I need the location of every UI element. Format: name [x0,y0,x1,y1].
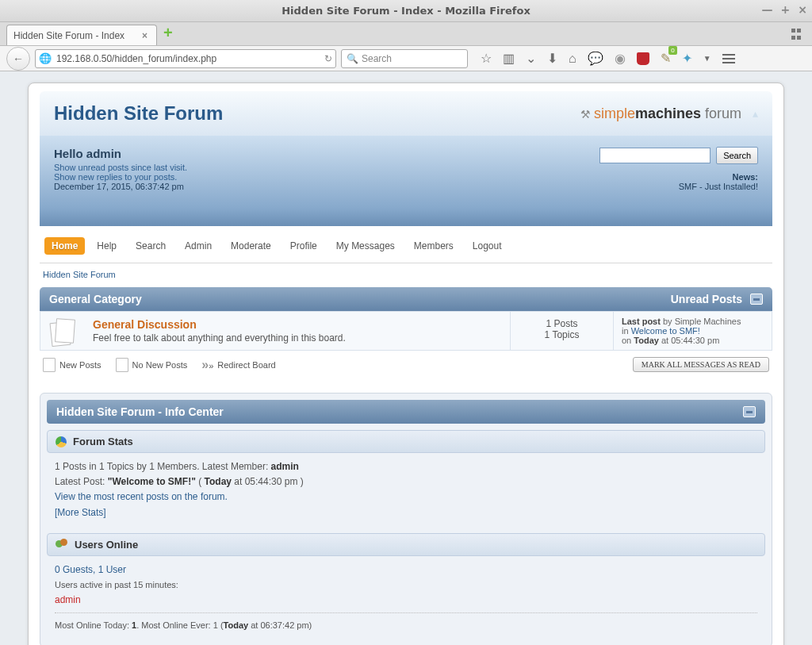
dev-icon[interactable]: ✦ [682,51,692,66]
users-icon [56,539,68,550]
search-icon: 🔍 [347,53,358,64]
menu-item-members[interactable]: Members [407,237,461,255]
info-center-collapse-button[interactable] [743,406,756,417]
window-minimize-button[interactable]: — [762,3,773,16]
menu-item-help[interactable]: Help [90,237,124,255]
ublock-icon[interactable] [637,52,649,65]
smf-logo[interactable]: ⚒simplemachines forum [580,106,741,122]
board-name-link[interactable]: General Discussion [93,318,197,331]
menu-item-my-messages[interactable]: My Messages [329,237,402,255]
browser-nav-toolbar: ← 🌐 192.168.0.50/hidden_forum/index.php … [0,46,812,71]
globe-icon: 🌐 [39,52,52,64]
info-center-title: Hidden Site Forum - Info Center [56,405,224,418]
forum-stats-body: 1 Posts in 1 Topics by 1 Members. Latest… [47,453,765,527]
category-bar: General Category Unread Posts [40,287,772,311]
window-title: Hidden Site Forum - Index - Mozilla Fire… [282,5,530,17]
users-online-header: Users Online [47,533,765,556]
category-collapse-button[interactable] [750,294,763,305]
breadcrumb-link[interactable]: Hidden Site Forum [43,270,116,279]
window-titlebar: Hidden Site Forum - Index - Mozilla Fire… [0,0,812,22]
current-datetime: December 17, 2015, 06:37:42 pm [54,182,184,191]
tab-title: Hidden Site Forum - Index [13,30,124,41]
menu-item-home[interactable]: Home [44,237,85,255]
search-placeholder: Search [362,53,392,64]
online-user-link[interactable]: admin [55,594,81,605]
news-text: SMF - Just Installed! [599,182,758,191]
library-icon[interactable]: ▥ [503,51,515,66]
menu-button[interactable] [722,54,735,63]
info-center-header: Hidden Site Forum - Info Center [47,400,765,424]
hammer-icon: ⚒ [580,108,591,121]
window-maximize-button[interactable]: + [781,3,791,16]
users-online-body: 0 Guests, 1 User Users active in past 15… [47,556,765,640]
menu-item-profile[interactable]: Profile [283,237,324,255]
documents-icon [51,317,75,344]
menu-item-moderate[interactable]: Moderate [224,237,278,255]
last-post-by: by Simple Machines [661,317,741,326]
legend-redirect: »Redirect Board [201,358,275,372]
legend-row: New Posts No New Posts »Redirect Board M… [40,351,772,378]
arrow-left-icon: ← [13,52,24,65]
board-topics: 1 Topics [515,329,608,340]
more-stats-link[interactable]: [More Stats] [55,507,106,518]
page-viewport: Hidden Site Forum ⚒simplemachines forum … [0,71,812,645]
back-button[interactable]: ← [6,47,30,71]
latest-post-link[interactable]: "Welcome to SMF!" [108,476,196,487]
board-status-icon [40,312,85,350]
forum-search-input[interactable] [599,148,710,163]
forum-search-form [599,147,758,164]
board-stats: 1 Posts 1 Topics [510,312,613,350]
header-collapse-button[interactable]: ▴ [753,107,758,120]
chat-icon[interactable]: 💬 [588,51,603,66]
news-label: News: [599,172,758,182]
browser-tab-strip: Hidden Site Forum - Index × + [0,22,812,46]
tab-close-button[interactable]: × [140,30,150,41]
extension-icon[interactable]: ◉ [615,51,626,66]
user-info-bar: Hello admin Show unread posts since last… [40,136,772,226]
home-button[interactable]: ⌂ [569,52,576,66]
menu-item-admin[interactable]: Admin [178,237,219,255]
browser-search-box[interactable]: 🔍 Search [341,49,468,68]
greeting: Hello admin [54,147,187,160]
last-post-topic-link[interactable]: Welcome to SMF! [631,326,700,336]
recent-posts-link[interactable]: View the most recent posts on the forum. [55,491,228,502]
forum-header: Hidden Site Forum ⚒simplemachines forum … [40,91,772,136]
unread-posts-category-link[interactable]: Unread Posts [671,293,742,305]
forum-title: Hidden Site Forum [54,102,223,125]
forum-container: Hidden Site Forum ⚒simplemachines forum … [28,83,784,645]
legend-new-posts: New Posts [43,358,102,372]
url-bar[interactable]: 🌐 192.168.0.50/hidden_forum/index.php ↻ [35,49,336,68]
breadcrumb: Hidden Site Forum [43,270,769,279]
forum-search-button[interactable] [716,147,758,164]
browser-tab[interactable]: Hidden Site Forum - Index × [6,25,157,45]
window-close-button[interactable]: × [798,3,807,16]
unread-posts-link[interactable]: Show unread posts since last visit. [54,163,187,172]
latest-member-link[interactable]: admin [271,461,299,472]
script-blocker-icon[interactable]: ✎0 [661,51,671,66]
new-replies-link[interactable]: Show new replies to your posts. [54,172,177,182]
users-active-label: Users active in past 15 minutes: [55,580,178,589]
pie-chart-icon [56,436,67,447]
users-online-count[interactable]: 0 Guests, 1 User [55,564,126,575]
last-post-label: Last post [622,317,661,326]
legend-no-new-posts: No New Posts [116,358,188,372]
bookmark-star-button[interactable]: ☆ [481,51,492,66]
main-menu: HomeHelpSearchAdminModerateProfileMy Mes… [40,226,772,263]
info-center: Hidden Site Forum - Info Center Forum St… [40,393,772,645]
new-tab-button[interactable]: + [163,24,173,42]
board-posts: 1 Posts [515,318,608,329]
mark-all-read-button[interactable]: MARK ALL MESSAGES AS READ [633,357,769,372]
tab-overflow-icon[interactable] [791,29,804,41]
reload-button[interactable]: ↻ [324,53,332,64]
board-row: General Discussion Feel free to talk abo… [40,311,772,351]
dropdown-icon[interactable]: ▼ [703,54,711,63]
category-name: General Category [49,293,142,305]
pocket-icon[interactable]: ⌄ [526,51,536,66]
downloads-button[interactable]: ⬇ [547,51,557,66]
menu-item-logout[interactable]: Logout [465,237,509,255]
forum-stats-header: Forum Stats [47,430,765,453]
new-posts-icon [43,358,56,372]
no-new-posts-icon [116,358,128,372]
menu-item-search[interactable]: Search [128,237,173,255]
url-text: 192.168.0.50/hidden_forum/index.php [56,53,216,64]
